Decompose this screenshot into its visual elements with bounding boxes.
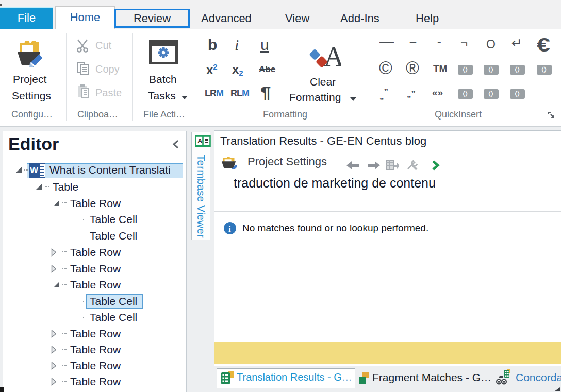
svg-text:A: A <box>324 45 341 70</box>
svg-text:A: A <box>197 137 203 145</box>
svg-text:i: i <box>228 224 231 234</box>
